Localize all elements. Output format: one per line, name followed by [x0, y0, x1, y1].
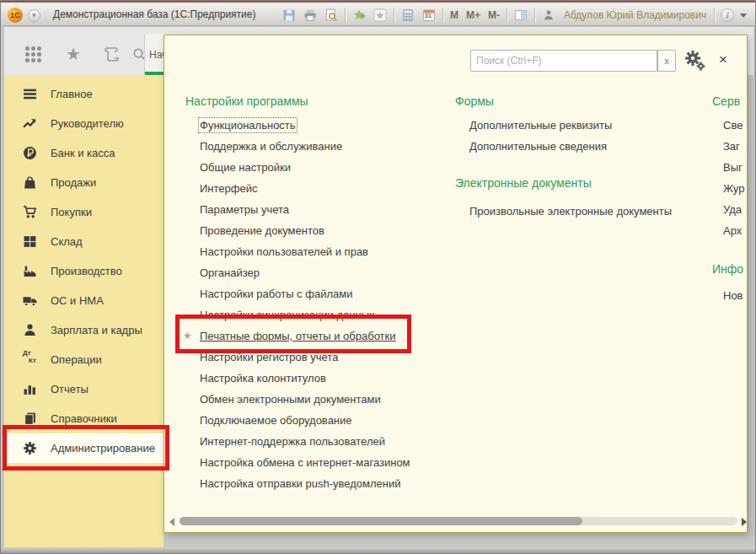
- link-functionality[interactable]: Функциональность: [200, 115, 296, 136]
- info-icon[interactable]: i: [721, 8, 734, 22]
- horizontal-scrollbar[interactable]: [180, 517, 737, 525]
- 1c-logo-icon: 1С: [8, 8, 23, 23]
- scroll-left-arrow[interactable]: [169, 518, 174, 526]
- bar-chart-icon: [23, 382, 37, 396]
- link-arbitrary-edocs[interactable]: Произвольные электронные документы: [469, 201, 672, 222]
- scroll-right-arrow[interactable]: [742, 518, 747, 526]
- panel-close-button[interactable]: ×: [715, 51, 732, 69]
- link-internet-user-support[interactable]: Интернет-поддержка пользователей: [200, 431, 385, 452]
- trend-chart-icon: [23, 116, 37, 131]
- warehouse-boxes-icon: [23, 234, 37, 249]
- calculator-icon[interactable]: [400, 8, 416, 23]
- current-user-name[interactable]: Абдулов Юрий Владимирович: [562, 9, 708, 21]
- sidebar-item-sales[interactable]: Продажи: [4, 168, 164, 197]
- link-additional-info[interactable]: Дополнительные сведения: [469, 136, 607, 157]
- link-push-notifications[interactable]: Настройка отправки push-уведомлений: [200, 473, 400, 494]
- link-organizer[interactable]: Органайзер: [200, 262, 260, 283]
- books-icon: [23, 411, 37, 426]
- sidebar-item-reports[interactable]: Отчеты: [4, 374, 164, 404]
- link-service-4[interactable]: Жур: [723, 178, 744, 199]
- window-frame-bottom: [1, 547, 756, 553]
- link-file-settings[interactable]: Настройки работы с файлами: [200, 283, 352, 304]
- sidebar-item-label: Руководителю: [51, 109, 124, 138]
- panel-settings-gears-icon[interactable]: [684, 50, 706, 72]
- favorites-icon[interactable]: [373, 8, 388, 23]
- sidebar-item-manager[interactable]: Руководителю: [4, 109, 164, 138]
- sidebar-item-label: Склад: [51, 227, 83, 256]
- sidebar-item-operations[interactable]: ДтКт Операции: [4, 345, 164, 374]
- link-document-posting[interactable]: Проведение документов: [200, 220, 324, 241]
- annotation-box-administration: [3, 425, 169, 471]
- memory-m-plus-button[interactable]: M+: [465, 9, 481, 21]
- sidebar-item-label: ОС и НМА: [51, 286, 104, 315]
- sidebar-item-label: Операции: [51, 345, 102, 374]
- app-window: 1С ▼ Демонстрационная база (1С:Предприят…: [0, 0, 756, 554]
- annotation-box-print-forms: [175, 315, 411, 353]
- link-general-settings[interactable]: Общие настройки: [200, 157, 291, 178]
- sidebar-item-label: Главное: [51, 79, 93, 109]
- memory-m-button[interactable]: M: [449, 9, 459, 21]
- shopping-cart-icon: [23, 205, 37, 219]
- sidebar-item-label: Покупки: [51, 197, 92, 227]
- ruble-icon: [23, 146, 37, 160]
- link-service-6[interactable]: Арх: [723, 220, 742, 241]
- link-service-5[interactable]: Уда: [723, 199, 742, 220]
- system-menu-dropdown[interactable]: ▼: [28, 9, 40, 22]
- add-to-favorites-icon[interactable]: [351, 8, 367, 23]
- section-title-electronic-documents: Электронные документы: [455, 174, 592, 192]
- sidebar-item-fixed-assets[interactable]: ОС и НМА: [4, 286, 164, 315]
- save-icon[interactable]: [281, 8, 297, 23]
- link-header-footer-settings[interactable]: Настройка колонтитулов: [200, 368, 326, 389]
- sidebar-item-label: Зарплата и кадры: [51, 315, 142, 345]
- debit-credit-icon: ДтКт: [23, 349, 40, 364]
- section-title-information: Инфо: [712, 260, 743, 278]
- sidebar-item-warehouse[interactable]: Склад: [4, 227, 164, 256]
- truck-icon: [23, 293, 37, 308]
- section-title-service: Серв: [712, 92, 740, 110]
- sidebar-item-main[interactable]: Главное: [4, 79, 164, 109]
- link-users-rights-settings[interactable]: Настройки пользователей и прав: [200, 241, 368, 262]
- chevron-down-icon[interactable]: [740, 13, 747, 18]
- link-service-2[interactable]: Заг: [723, 136, 740, 157]
- calendar-icon[interactable]: 31: [421, 8, 437, 23]
- hamburger-icon: [23, 87, 37, 101]
- link-edoc-exchange[interactable]: Обмен электронными документами: [200, 389, 381, 410]
- sidebar-item-label: Отчеты: [51, 374, 88, 404]
- user-icon: [541, 8, 556, 23]
- shopping-bag-icon: [23, 175, 37, 190]
- favorites-star-icon[interactable]: ★: [63, 44, 83, 64]
- link-online-store-exchange[interactable]: Настройка обмена с интернет-магазином: [200, 452, 410, 473]
- link-interface[interactable]: Интерфейс: [200, 178, 257, 199]
- toolbar-separator: [345, 8, 346, 23]
- link-service-3[interactable]: Выг: [723, 157, 743, 178]
- scrollbar-thumb[interactable]: [180, 517, 582, 525]
- toolbar-separator: [714, 8, 715, 23]
- print-preview-icon[interactable]: [324, 8, 339, 23]
- memory-m-minus-button[interactable]: M-: [487, 9, 501, 21]
- toolbar-separator: [534, 8, 535, 23]
- calendar-day-label: 31: [421, 13, 435, 19]
- link-connected-equipment[interactable]: Подключаемое оборудование: [200, 410, 352, 431]
- section-title-forms: Формы: [455, 92, 494, 110]
- sidebar-item-bank-cash[interactable]: Банк и касса: [4, 138, 164, 168]
- titlebar: 1С ▼ Демонстрационная база (1С:Предприят…: [1, 1, 756, 26]
- link-accounting-parameters[interactable]: Параметры учета: [200, 199, 289, 220]
- link-support-maintenance[interactable]: Поддержка и обслуживание: [200, 136, 342, 157]
- search-clear-button[interactable]: x: [657, 50, 676, 72]
- sidebar-item-label: Производство: [51, 256, 122, 286]
- link-info-1[interactable]: Нов: [723, 285, 743, 306]
- sections-sidebar: Главное Руководителю Банк и касса Продаж…: [4, 75, 164, 548]
- minimize-button[interactable]: [753, 9, 756, 22]
- sidebar-item-label: Продажи: [51, 168, 96, 197]
- split-window-icon[interactable]: [513, 8, 528, 23]
- apps-menu-icon[interactable]: [23, 44, 43, 64]
- search-input[interactable]: [470, 50, 657, 72]
- sidebar-item-salary-hr[interactable]: Зарплата и кадры: [4, 315, 164, 345]
- link-service-1[interactable]: Све: [723, 115, 743, 136]
- sidebar-item-production[interactable]: Производство: [4, 256, 164, 286]
- link-additional-attributes[interactable]: Дополнительные реквизиты: [469, 115, 612, 136]
- history-scroll-icon[interactable]: [101, 44, 121, 64]
- sidebar-item-purchases[interactable]: Покупки: [4, 197, 164, 227]
- toolbar-separator: [507, 8, 507, 23]
- print-icon[interactable]: [303, 8, 318, 23]
